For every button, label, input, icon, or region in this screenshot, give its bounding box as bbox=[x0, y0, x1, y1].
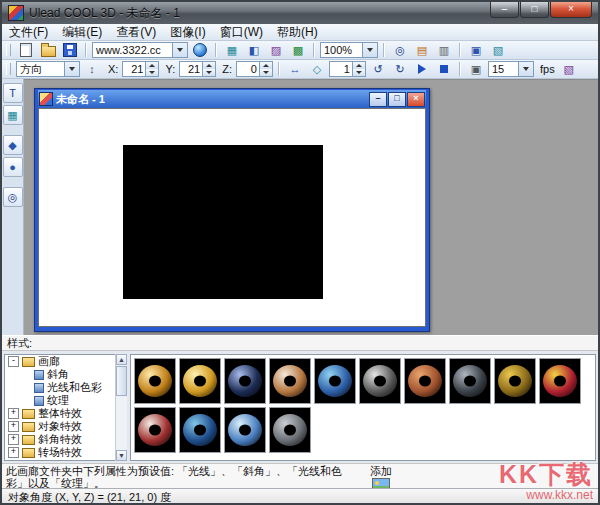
globe-icon bbox=[193, 43, 207, 57]
palette-button[interactable]: ▦ bbox=[222, 41, 242, 60]
up-arrow-icon bbox=[356, 64, 362, 67]
document-window[interactable]: 未命名 - 1 – □ × bbox=[34, 88, 430, 332]
x-spinner[interactable]: 21 bbox=[122, 61, 159, 77]
scroll-down-arrow-icon[interactable]: ▼ bbox=[116, 450, 127, 461]
resize-tool-button[interactable]: ◇ bbox=[307, 60, 327, 79]
document-minimize-button[interactable]: – bbox=[369, 92, 387, 107]
tree-item[interactable]: +转场特效 bbox=[5, 446, 113, 459]
maximize-button[interactable]: □ bbox=[520, 2, 549, 18]
y-up-button[interactable] bbox=[203, 62, 215, 69]
z-spinner[interactable]: 0 bbox=[236, 61, 273, 77]
zoom-fit-button[interactable]: ◎ bbox=[390, 41, 410, 60]
document-title-bar[interactable]: 未命名 - 1 – □ × bbox=[38, 90, 426, 108]
open-button[interactable] bbox=[38, 41, 58, 60]
expand-icon[interactable]: + bbox=[8, 434, 19, 445]
menu-window[interactable]: 窗口(W) bbox=[213, 23, 270, 42]
style-thumbnail-white-red-ring[interactable] bbox=[134, 407, 176, 453]
torus-hole bbox=[239, 376, 251, 387]
style-thumbnail-blue-marble-ring[interactable] bbox=[179, 407, 221, 453]
style-thumbnail-gold-ring[interactable] bbox=[134, 358, 176, 404]
direction-combo[interactable]: 方向 bbox=[16, 61, 80, 77]
expand-icon[interactable]: + bbox=[8, 408, 19, 419]
style-thumbnail-bright-gold-ring[interactable] bbox=[179, 358, 221, 404]
folder-icon bbox=[22, 435, 35, 445]
minimize-button[interactable]: – bbox=[490, 2, 519, 18]
expand-icon[interactable]: + bbox=[8, 421, 19, 432]
text-tool-button[interactable]: T bbox=[3, 83, 23, 103]
web-go-button[interactable] bbox=[190, 41, 210, 60]
torus-hole bbox=[194, 425, 206, 436]
render-mode-button[interactable]: ◧ bbox=[244, 41, 264, 60]
rotate-cw-button[interactable]: ↻ bbox=[390, 60, 410, 79]
direction-combo-dropdown[interactable] bbox=[64, 62, 79, 76]
frame-up-button[interactable] bbox=[353, 62, 365, 69]
style-thumbnail-harlequin-ring[interactable] bbox=[539, 358, 581, 404]
fps-combo-dropdown[interactable] bbox=[518, 62, 533, 76]
rotate-ccw-button[interactable]: ↺ bbox=[368, 60, 388, 79]
toolbar-grip[interactable] bbox=[6, 44, 11, 56]
save-button[interactable] bbox=[60, 41, 80, 60]
style-thumbnail-dark-metal-ring[interactable] bbox=[449, 358, 491, 404]
x-label: X: bbox=[108, 63, 118, 75]
move-tool-button[interactable]: ↔ bbox=[285, 60, 305, 79]
frame-down-button[interactable] bbox=[353, 69, 365, 76]
chevron-down-icon bbox=[69, 67, 75, 71]
grid-button[interactable]: ▩ bbox=[288, 41, 308, 60]
toolbar-grip[interactable] bbox=[6, 63, 11, 75]
close-button[interactable]: × bbox=[550, 2, 592, 18]
url-combo[interactable]: www.3322.cc bbox=[92, 42, 188, 58]
style-thumbnail-dark-blue-ring[interactable] bbox=[224, 358, 266, 404]
menu-image[interactable]: 图像(I) bbox=[163, 23, 212, 42]
document-restore-button[interactable]: □ bbox=[388, 92, 406, 107]
style-thumbnail-rust-ring[interactable] bbox=[404, 358, 446, 404]
swap-axes-button[interactable]: ↕ bbox=[82, 60, 102, 79]
new-button[interactable] bbox=[16, 41, 36, 60]
document-canvas[interactable] bbox=[38, 108, 426, 327]
folder-icon bbox=[22, 357, 35, 367]
style-thumbnail-light-blue-ring[interactable] bbox=[224, 407, 266, 453]
effects-tree[interactable]: -画廊斜角光线和色彩纹理+整体特效+对象特效+斜角特效+转场特效 bbox=[4, 354, 126, 461]
stop-button[interactable] bbox=[434, 60, 454, 79]
z-up-button[interactable] bbox=[260, 62, 272, 69]
film-strip-button[interactable]: ▧ bbox=[559, 60, 579, 79]
document-close-button[interactable]: × bbox=[407, 92, 425, 107]
url-combo-dropdown[interactable] bbox=[172, 43, 187, 57]
style-thumbnail-black-white-ring[interactable] bbox=[359, 358, 401, 404]
scroll-up-arrow-icon[interactable]: ▲ bbox=[116, 354, 127, 365]
light-tool-button[interactable]: ◎ bbox=[3, 187, 23, 207]
scrollbar-thumb[interactable] bbox=[116, 366, 127, 396]
y-spinner[interactable]: 21 bbox=[179, 61, 216, 77]
material-button[interactable]: ▨ bbox=[266, 41, 286, 60]
fps-combo[interactable]: 15 bbox=[488, 61, 534, 77]
style-thumbnail-blue-pattern-ring[interactable] bbox=[314, 358, 356, 404]
graphics-tool-button[interactable]: ▦ bbox=[3, 105, 23, 125]
z-down-button[interactable] bbox=[260, 69, 272, 76]
tree-scrollbar[interactable]: ▲ ▼ bbox=[115, 354, 127, 461]
menu-help[interactable]: 帮助(H) bbox=[270, 23, 325, 42]
menu-edit[interactable]: 编辑(E) bbox=[55, 23, 109, 42]
y-down-button[interactable] bbox=[203, 69, 215, 76]
camera-button[interactable]: ▣ bbox=[466, 41, 486, 60]
style-bar: 样式: bbox=[2, 335, 598, 351]
frame-spinner[interactable]: 1 bbox=[329, 61, 366, 77]
style-thumbnail-leopard-ring[interactable] bbox=[494, 358, 536, 404]
style-thumbnail-copper-white-ring[interactable] bbox=[269, 358, 311, 404]
style-thumbnail-silver-ring[interactable] bbox=[269, 407, 311, 453]
bevel-tool-button[interactable]: ◆ bbox=[3, 135, 23, 155]
object-manager-button[interactable]: ▥ bbox=[434, 41, 454, 60]
torus-preview bbox=[183, 414, 217, 446]
film-button[interactable]: ▧ bbox=[488, 41, 508, 60]
x-up-button[interactable] bbox=[146, 62, 158, 69]
menu-file[interactable]: 文件(F) bbox=[2, 23, 55, 42]
object-tool-button[interactable]: ● bbox=[3, 157, 23, 177]
collapse-icon[interactable]: - bbox=[8, 356, 19, 367]
expand-icon[interactable]: + bbox=[8, 447, 19, 458]
render-viewport[interactable] bbox=[123, 145, 323, 299]
snapshot-button[interactable]: ▣ bbox=[466, 60, 486, 79]
export-button[interactable]: ▤ bbox=[412, 41, 432, 60]
menu-view[interactable]: 查看(V) bbox=[109, 23, 163, 42]
zoom-combo-dropdown[interactable] bbox=[362, 43, 377, 57]
x-down-button[interactable] bbox=[146, 69, 158, 76]
play-button[interactable] bbox=[412, 60, 432, 79]
zoom-combo[interactable]: 100% bbox=[320, 42, 378, 58]
